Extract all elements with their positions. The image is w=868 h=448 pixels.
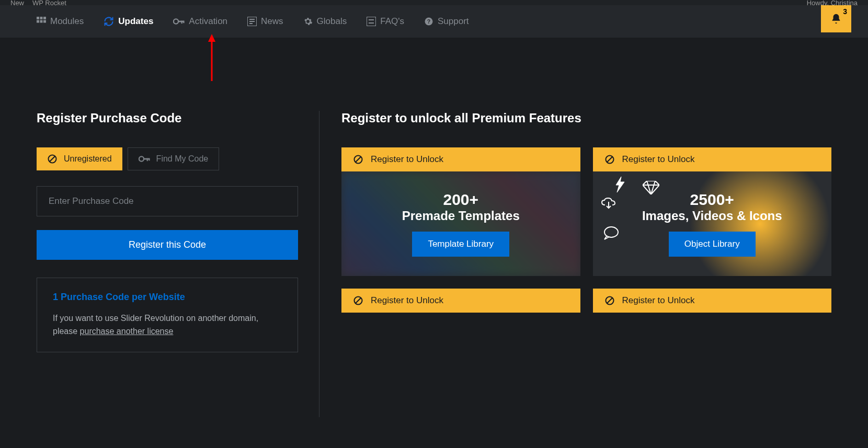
news-icon bbox=[247, 17, 257, 26]
feature-card-objects: Register to Unlock 2500+ Images, Videos … bbox=[593, 147, 832, 276]
nav-label: Activation bbox=[189, 16, 227, 27]
register-panel: Register Purchase Code Unregistered Find… bbox=[37, 111, 319, 417]
svg-rect-14 bbox=[367, 17, 376, 26]
features-heading: Register to unlock all Premium Features bbox=[341, 111, 831, 125]
prohibit-icon bbox=[604, 154, 615, 165]
feature-card-3: Register to Unlock bbox=[341, 289, 580, 417]
svg-rect-26 bbox=[149, 158, 150, 161]
unlock-label: Register to Unlock bbox=[371, 154, 443, 165]
svg-line-22 bbox=[50, 156, 55, 162]
nav-faqs[interactable]: FAQ's bbox=[367, 16, 404, 27]
nav-globals[interactable]: Globals bbox=[303, 16, 347, 27]
info-box: 1 Purchase Code per Website If you want … bbox=[37, 278, 298, 352]
find-code-label: Find My Code bbox=[156, 154, 209, 164]
unlock-label: Register to Unlock bbox=[371, 295, 443, 306]
svg-rect-3 bbox=[37, 20, 39, 23]
svg-rect-2 bbox=[43, 17, 46, 19]
notification-count: 3 bbox=[843, 7, 847, 16]
nav-support[interactable]: ? Support bbox=[424, 16, 469, 27]
svg-rect-5 bbox=[43, 20, 46, 23]
register-code-button[interactable]: Register this Code bbox=[37, 230, 298, 260]
main-nav: Modules Updates Activation News Globals … bbox=[0, 5, 868, 38]
chat-icon bbox=[603, 226, 619, 240]
unlock-label: Register to Unlock bbox=[622, 154, 695, 165]
nav-label: Support bbox=[438, 16, 469, 27]
unlock-label: Register to Unlock bbox=[622, 295, 695, 306]
svg-rect-4 bbox=[40, 20, 43, 23]
help-icon: ? bbox=[424, 17, 433, 26]
find-code-button[interactable]: Find My Code bbox=[128, 147, 220, 170]
purchase-code-input[interactable] bbox=[37, 186, 298, 216]
card-title: Premade Templates bbox=[402, 209, 520, 223]
svg-point-23 bbox=[139, 156, 144, 161]
svg-rect-0 bbox=[37, 17, 39, 19]
prohibit-icon bbox=[353, 295, 363, 306]
svg-point-6 bbox=[174, 19, 178, 24]
cloud-download-icon bbox=[601, 198, 616, 209]
unlock-bar: Register to Unlock bbox=[341, 289, 580, 313]
info-text: If you want to use Slider Revolution on … bbox=[53, 312, 282, 338]
svg-rect-1 bbox=[40, 17, 43, 19]
bell-icon bbox=[830, 13, 842, 25]
object-library-button[interactable]: Object Library bbox=[669, 232, 756, 257]
register-heading: Register Purchase Code bbox=[37, 111, 298, 125]
key-icon bbox=[139, 155, 150, 163]
card-title: Images, Videos & Icons bbox=[642, 209, 782, 223]
notification-button[interactable]: 3 bbox=[821, 5, 851, 32]
nav-updates[interactable]: Updates bbox=[104, 16, 153, 27]
unregistered-label: Unregistered bbox=[64, 154, 112, 164]
feature-card-4: Register to Unlock bbox=[593, 289, 832, 417]
card-stat: 200+ bbox=[443, 191, 478, 209]
wp-admin-bar: New WP Rocket Howdy, Christina bbox=[0, 0, 868, 5]
refresh-icon bbox=[104, 16, 114, 27]
features-panel: Register to unlock all Premium Features … bbox=[319, 111, 831, 417]
info-title: 1 Purchase Code per Website bbox=[53, 292, 282, 303]
unlock-bar: Register to Unlock bbox=[593, 147, 832, 171]
unlock-bar: Register to Unlock bbox=[341, 147, 580, 171]
svg-line-35 bbox=[607, 298, 612, 303]
faq-icon bbox=[367, 17, 376, 26]
diamond-icon bbox=[643, 181, 659, 194]
svg-text:?: ? bbox=[427, 18, 430, 25]
svg-rect-25 bbox=[146, 158, 147, 162]
key-icon bbox=[173, 17, 185, 26]
svg-line-30 bbox=[607, 157, 612, 162]
nav-label: FAQ's bbox=[380, 16, 404, 27]
card-stat: 2500+ bbox=[690, 191, 734, 209]
unregistered-badge[interactable]: Unregistered bbox=[37, 147, 122, 170]
nav-activation[interactable]: Activation bbox=[173, 16, 227, 27]
nav-label: Modules bbox=[50, 16, 84, 27]
svg-point-31 bbox=[604, 227, 618, 237]
purchase-license-link[interactable]: purchase another license bbox=[80, 327, 174, 336]
svg-line-28 bbox=[356, 157, 361, 162]
prohibit-icon bbox=[604, 295, 615, 306]
unlock-bar: Register to Unlock bbox=[593, 289, 832, 313]
nav-news[interactable]: News bbox=[247, 16, 283, 27]
svg-line-33 bbox=[356, 298, 361, 303]
feature-card-templates: Register to Unlock 200+ Premade Template… bbox=[341, 147, 580, 276]
svg-rect-9 bbox=[184, 21, 185, 24]
gear-icon bbox=[303, 17, 313, 26]
template-library-button[interactable]: Template Library bbox=[412, 232, 509, 257]
prohibit-icon bbox=[47, 154, 58, 164]
lightning-icon bbox=[614, 177, 626, 192]
svg-rect-8 bbox=[181, 21, 182, 24]
nav-label: News bbox=[261, 16, 283, 27]
modules-icon bbox=[37, 17, 46, 26]
nav-label: Globals bbox=[317, 16, 347, 27]
nav-modules[interactable]: Modules bbox=[37, 16, 84, 27]
prohibit-icon bbox=[353, 154, 363, 165]
nav-label: Updates bbox=[118, 16, 153, 27]
